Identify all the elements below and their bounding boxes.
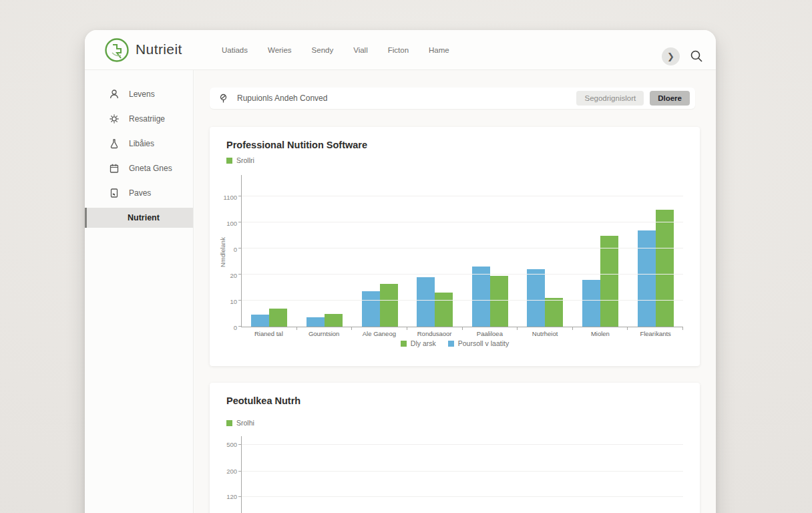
y-tick-mark — [238, 300, 241, 301]
chart1-legend-top: Srollri — [226, 156, 254, 164]
sidebar-item-gneta-gnes[interactable]: Gneta Gnes — [85, 156, 193, 180]
legend-swatch — [226, 420, 232, 426]
y-tick-label: 1100 — [210, 194, 237, 201]
legend-swatch — [226, 158, 232, 164]
y-tick-label: 0 — [210, 324, 237, 331]
sidebar-item-label: Gneta Gnes — [129, 164, 172, 173]
bar-poursoll-v-laatity — [307, 317, 325, 327]
bar-dly-arsk — [380, 284, 398, 327]
nav-item-uatiads[interactable]: Uatiads — [222, 46, 248, 54]
legend-label: Dly arsk — [411, 339, 436, 347]
notification-message: Rupuionls Andeh Conved — [237, 94, 327, 103]
bar-group-paaliloea — [463, 175, 518, 327]
y-tick-mark — [238, 196, 241, 196]
gridline — [242, 196, 683, 196]
y-tick-label: 20 — [210, 272, 237, 279]
y-tick-mark — [238, 496, 241, 497]
bar-dly-arsk — [600, 236, 618, 327]
bar-dly-arsk — [269, 309, 287, 327]
file-icon — [109, 188, 120, 198]
main-content: Rupuionls Andeh Conved Segodrignislort D… — [194, 70, 716, 513]
gridline — [242, 300, 683, 301]
legend-item-srollri: Srollri — [226, 156, 254, 164]
sidebar-item-lib-ies[interactable]: Libåies — [85, 131, 193, 156]
x-tick-label: Ale Ganeog — [352, 330, 407, 337]
bar-poursoll-v-laatity — [362, 291, 380, 327]
x-tick-label: Paaliloea — [462, 330, 518, 337]
legend-swatch — [448, 341, 454, 347]
legend-swatch — [401, 341, 407, 347]
app-window: Nutrieit UatiadsWeriesSendyViallFictonHa… — [85, 30, 716, 513]
bar-poursoll-v-laatity — [638, 230, 656, 327]
x-tick-label: Nutrheiot — [518, 330, 573, 337]
gridline — [242, 274, 683, 275]
search-icon[interactable] — [689, 49, 704, 63]
header: Nutrieit UatiadsWeriesSendyViallFictonHa… — [85, 30, 716, 70]
notification-secondary-button[interactable]: Segodrignislort — [576, 91, 644, 106]
bar-dly-arsk — [656, 210, 674, 327]
bar-group-flearikants — [628, 175, 683, 327]
legend-item-srolhi: Srolhi — [226, 419, 254, 427]
sidebar-item-levens[interactable]: Levens — [85, 81, 193, 106]
y-tick-mark — [238, 248, 241, 248]
chart1-title: Professional Nutition Software — [226, 140, 367, 150]
nav-item-ficton[interactable]: Ficton — [388, 46, 409, 54]
sidebar-item-paves[interactable]: Paves — [85, 180, 193, 205]
bar-poursoll-v-laatity — [527, 269, 545, 327]
y-tick-label: 0 — [210, 246, 237, 253]
chart-card-2: Peotulkea Nutrh Srolhi mlo 500200120 — [210, 383, 700, 513]
person-icon — [109, 89, 120, 100]
chart1-x-axis-labels: Rianed talGourntsionAle GaneogRondusaoor… — [241, 330, 683, 337]
header-nav: UatiadsWeriesSendyViallFictonHame — [222, 30, 449, 70]
y-tick-label: 100 — [210, 220, 237, 227]
legend-item-dly-arsk: Dly arsk — [401, 339, 436, 347]
y-tick-label: 120 — [210, 493, 237, 500]
bar-group-ale-ganeog — [352, 175, 407, 327]
notification-dismiss-button[interactable]: Dloere — [650, 91, 690, 106]
bar-group-rianed-tal — [242, 175, 297, 327]
bar-group-gourntsion — [297, 175, 353, 327]
y-tick-mark — [238, 471, 241, 472]
gridline — [242, 496, 683, 497]
notification-bar: Rupuionls Andeh Conved Segodrignislort D… — [210, 88, 695, 109]
x-tick-label: Miolen — [573, 330, 628, 337]
bar-poursoll-v-laatity — [417, 277, 435, 327]
gridline — [242, 248, 683, 248]
bar-dly-arsk — [545, 298, 563, 327]
sidebar-item-label: Resatriige — [129, 114, 165, 124]
gridline — [242, 444, 683, 445]
bar-dly-arsk — [325, 314, 343, 327]
bar-poursoll-v-laatity — [472, 267, 490, 327]
y-tick-mark — [238, 326, 241, 327]
y-tick-mark — [238, 274, 241, 275]
chart-card-1: Professional Nutition Software Srollri N… — [210, 127, 700, 366]
bar-dly-arsk — [490, 276, 508, 327]
sidebar-item-label: Nutrient — [128, 213, 160, 222]
sidebar: LevensResatriigeLibåiesGneta GnesPavesNu… — [85, 70, 194, 513]
flask-icon — [109, 138, 120, 149]
nav-item-sendy[interactable]: Sendy — [312, 46, 334, 54]
legend-label: Srolhi — [236, 419, 254, 427]
legend-label: Srollri — [236, 156, 254, 164]
x-tick-label: Rianed tal — [241, 330, 296, 337]
y-tick-mark — [238, 444, 241, 445]
sidebar-item-label: Paves — [129, 188, 151, 198]
y-tick-label: 10 — [210, 298, 237, 305]
chart2-legend-top: Srolhi — [226, 419, 254, 427]
sidebar-item-resatriige[interactable]: Resatriige — [85, 106, 193, 131]
chart1-legend-bottom: Dly arskPoursoll v laatity — [210, 339, 700, 347]
gridline — [242, 222, 683, 222]
bar-group-miolen — [573, 175, 628, 327]
nav-item-weries[interactable]: Weries — [268, 46, 292, 54]
chevron-right-button[interactable]: ❯ — [662, 47, 680, 65]
y-tick-label: 500 — [210, 441, 237, 448]
chart2-title: Peotulkea Nutrh — [226, 395, 300, 406]
bar-poursoll-v-laatity — [251, 315, 269, 327]
sidebar-item-nutrient[interactable]: Nutrient — [85, 208, 193, 228]
bar-poursoll-v-laatity — [582, 280, 600, 327]
nav-item-viall[interactable]: Viall — [353, 46, 368, 54]
brand-logo-icon — [104, 37, 130, 63]
nav-item-hame[interactable]: Hame — [429, 46, 449, 54]
x-tick-label: Flearikants — [628, 330, 683, 337]
legend-item-poursoll-v-laatity: Poursoll v laatity — [448, 339, 509, 347]
